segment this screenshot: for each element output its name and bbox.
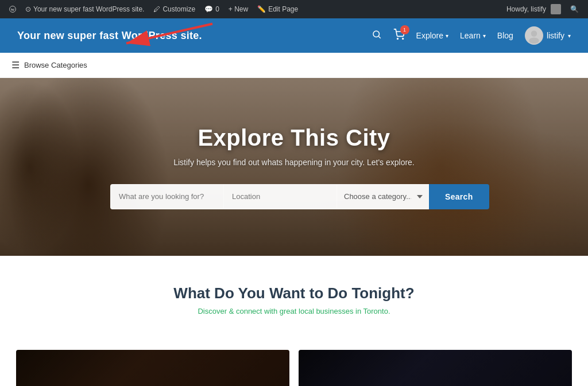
restaurants-card-overlay (299, 350, 572, 386)
svg-point-2 (373, 31, 380, 37)
svg-point-6 (531, 30, 537, 37)
what-to-do-section: What Do You Want to Do Tonight? Discover… (0, 256, 588, 350)
admin-bar-new[interactable]: + New (224, 0, 253, 18)
search-location-input[interactable] (224, 184, 337, 209)
comments-icon: 💬 (204, 5, 213, 13)
site-icon: ⊙ (25, 5, 31, 13)
search-icon: 🔍 (570, 5, 579, 13)
admin-bar-customize[interactable]: 🖊 Customize (149, 0, 200, 18)
admin-bar-edit-page[interactable]: ✏️ Edit Page (253, 0, 303, 18)
customize-icon: 🖊 (153, 5, 160, 13)
site-title[interactable]: Your new super fast WordPress site. (17, 30, 372, 42)
nav-user-menu[interactable]: listify ▾ (525, 26, 571, 45)
edit-icon: ✏️ (257, 5, 266, 13)
hero-section: Explore This City Listify helps you find… (0, 78, 588, 256)
hotels-card[interactable]: Hotels (16, 350, 289, 386)
svg-point-5 (402, 38, 403, 39)
learn-nav-link[interactable]: Learn ▾ (460, 31, 486, 40)
nav-right: 1 Explore ▾ Learn ▾ Blog listi (372, 26, 571, 45)
blog-nav-link[interactable]: Blog (497, 31, 513, 40)
hero-title: Explore This City (110, 125, 478, 151)
search-category-select[interactable]: Choose a category... Hotels Restaurants … (337, 184, 429, 209)
avatar (525, 26, 543, 45)
admin-bar-search[interactable]: 🔍 (566, 5, 583, 13)
hero-content: Explore This City Listify helps you find… (99, 125, 489, 209)
explore-chevron-icon: ▾ (446, 33, 448, 39)
nav-cart-icon[interactable]: 1 (393, 29, 405, 43)
section-subtitle: Discover & connect with great local busi… (11, 307, 577, 315)
user-avatar-small (551, 4, 561, 14)
learn-chevron-icon: ▾ (483, 33, 486, 39)
svg-point-7 (529, 38, 539, 44)
search-what-input[interactable] (110, 184, 224, 209)
hero-subtitle: Listify helps you find out whats happeni… (110, 158, 478, 167)
svg-line-3 (378, 36, 380, 38)
hero-search-form: Choose a category... Hotels Restaurants … (110, 184, 478, 209)
admin-bar-comments[interactable]: 💬 0 (200, 0, 224, 18)
admin-bar-right: Howdy, listify 🔍 (502, 4, 583, 14)
svg-text:W: W (11, 7, 15, 11)
nav-search-icon[interactable] (372, 29, 382, 42)
wp-logo[interactable]: W (5, 0, 21, 18)
search-button[interactable]: Search (429, 184, 489, 209)
admin-bar-howdy[interactable]: Howdy, listify (502, 4, 566, 14)
hotels-card-overlay (16, 350, 289, 386)
user-chevron-icon: ▾ (568, 33, 571, 39)
hamburger-icon: ☰ (11, 60, 20, 71)
admin-bar-site-name[interactable]: ⊙ Your new super fast WordPress site. (21, 0, 149, 18)
admin-bar: W ⊙ Your new super fast WordPress site. … (0, 0, 588, 18)
section-title: What Do You Want to Do Tonight? (11, 284, 577, 302)
sub-navigation: ☰ Browse Categories (0, 53, 588, 78)
main-navigation: Your new super fast WordPress site. 1 Ex… (0, 18, 588, 53)
browse-categories-button[interactable]: ☰ Browse Categories (11, 60, 87, 71)
svg-point-4 (397, 38, 398, 39)
cart-count: 1 (400, 25, 409, 34)
page-wrapper: W ⊙ Your new super fast WordPress site. … (0, 0, 588, 386)
restaurants-card[interactable]: Restaurants (299, 350, 572, 386)
explore-nav-link[interactable]: Explore ▾ (416, 31, 448, 40)
category-cards-row: Hotels Restaurants (0, 350, 588, 386)
